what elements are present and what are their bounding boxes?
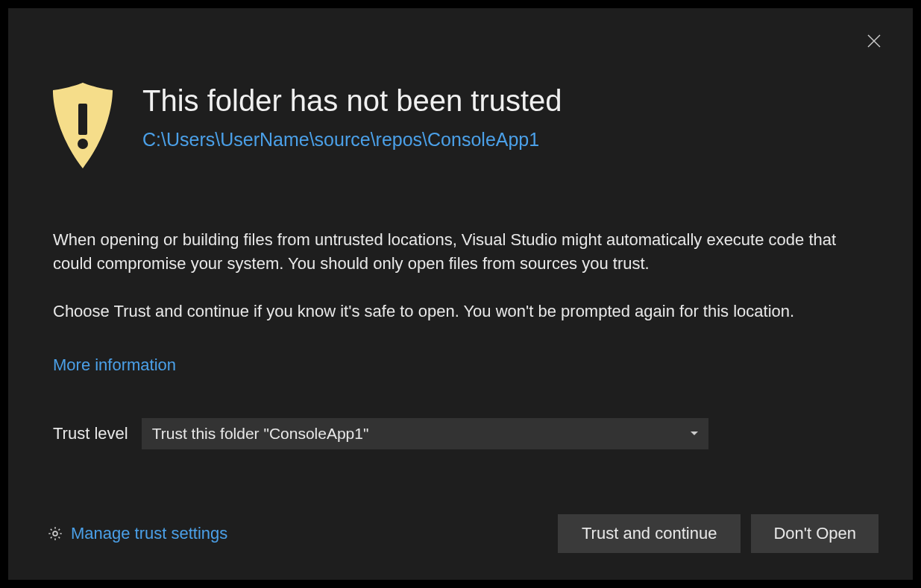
trust-level-row: Trust level Trust this folder "ConsoleAp… (8, 377, 913, 449)
close-button[interactable] (862, 29, 886, 53)
dialog-title: This folder has not been trusted (142, 83, 562, 118)
dont-open-button[interactable]: Don't Open (751, 514, 878, 553)
dialog-body: When opening or building files from untr… (8, 168, 913, 377)
trust-dropdown-value: Trust this folder "ConsoleApp1" (152, 425, 369, 443)
button-group: Trust and continue Don't Open (558, 514, 878, 553)
dialog-footer: Manage trust settings Trust and continue… (8, 514, 913, 553)
manage-settings-label: Manage trust settings (71, 524, 227, 543)
svg-rect-2 (78, 104, 87, 135)
shield-warning-icon (45, 83, 120, 168)
close-icon (865, 32, 883, 50)
trust-level-label: Trust level (53, 424, 128, 443)
manage-trust-settings-link[interactable]: Manage trust settings (47, 524, 227, 543)
warning-paragraph-2: Choose Trust and continue if you know it… (53, 300, 868, 323)
trust-level-dropdown[interactable]: Trust this folder "ConsoleApp1" (142, 418, 708, 449)
svg-point-4 (53, 531, 57, 536)
trust-dialog: This folder has not been trusted C:\User… (7, 7, 914, 581)
warning-paragraph-1: When opening or building files from untr… (53, 228, 868, 276)
folder-path: C:\Users\UserName\source\repos\ConsoleAp… (142, 129, 562, 151)
dialog-header: This folder has not been trusted C:\User… (8, 8, 913, 168)
gear-icon (47, 525, 63, 542)
chevron-down-icon (691, 431, 698, 435)
more-information-link[interactable]: More information (53, 353, 176, 377)
trust-and-continue-button[interactable]: Trust and continue (558, 514, 741, 553)
header-text-group: This folder has not been trusted C:\User… (142, 83, 562, 151)
svg-point-3 (78, 139, 88, 149)
